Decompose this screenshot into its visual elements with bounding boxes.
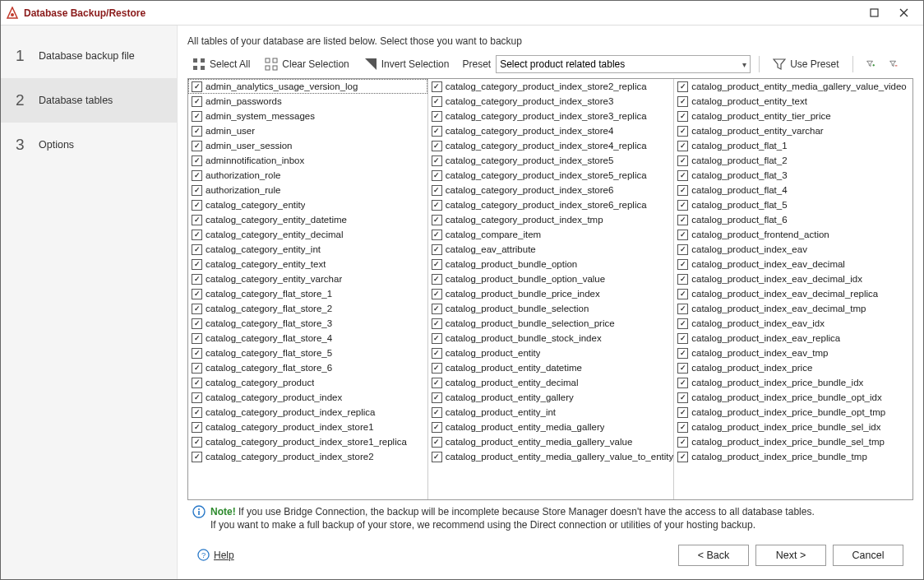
table-row[interactable]: catalog_category_product_index_store6_re… [428, 197, 673, 212]
maximize-button[interactable] [859, 3, 889, 23]
table-row[interactable]: catalog_product_index_eav_decimal_tmp [674, 301, 912, 316]
table-row[interactable]: catalog_category_entity [188, 197, 427, 212]
table-row[interactable]: catalog_category_entity_text [188, 257, 427, 271]
checkbox[interactable] [677, 274, 688, 285]
table-row[interactable]: catalog_product_index_price [674, 360, 912, 375]
table-row[interactable]: catalog_product_bundle_selection_price [428, 316, 673, 331]
table-row[interactable]: admin_analytics_usage_version_log [188, 79, 427, 94]
checkbox[interactable] [677, 348, 688, 359]
checkbox[interactable] [192, 126, 202, 137]
table-row[interactable]: catalog_product_index_eav [674, 242, 912, 257]
checkbox[interactable] [677, 378, 688, 388]
checkbox[interactable] [677, 259, 688, 270]
table-row[interactable]: catalog_category_product_index_replica [188, 405, 427, 420]
checkbox[interactable] [432, 333, 442, 344]
checkbox[interactable] [677, 392, 688, 403]
table-row[interactable]: catalog_compare_item [428, 227, 673, 242]
table-row[interactable]: catalog_product_bundle_selection [428, 301, 673, 316]
checkbox[interactable] [432, 259, 442, 270]
table-row[interactable]: catalog_category_entity_decimal [188, 227, 427, 242]
checkbox[interactable] [192, 96, 202, 107]
table-row[interactable]: catalog_product_entity_gallery [428, 390, 673, 405]
checkbox[interactable] [192, 81, 202, 92]
checkbox[interactable] [432, 230, 442, 240]
table-row[interactable]: adminnotification_inbox [188, 153, 427, 168]
checkbox[interactable] [432, 200, 442, 211]
table-row[interactable]: admin_passwords [188, 94, 427, 109]
step-3[interactable]: 3 Options [1, 123, 177, 167]
checkbox[interactable] [192, 170, 202, 181]
table-row[interactable]: catalog_product_bundle_option_value [428, 271, 673, 286]
checkbox[interactable] [192, 155, 202, 166]
table-row[interactable]: admin_system_messages [188, 109, 427, 123]
checkbox[interactable] [192, 200, 202, 211]
step-2[interactable]: 2 Database tables [1, 78, 177, 123]
checkbox[interactable] [192, 318, 202, 329]
table-row[interactable]: catalog_category_flat_store_4 [188, 331, 427, 346]
table-row[interactable]: catalog_product_entity_media_gallery_val… [428, 449, 673, 464]
table-row[interactable]: catalog_category_flat_store_6 [188, 360, 427, 375]
checkbox[interactable] [192, 422, 202, 433]
select-all-button[interactable]: Select All [187, 55, 255, 73]
checkbox[interactable] [677, 200, 688, 211]
remove-preset-button[interactable] [885, 55, 903, 73]
table-row[interactable]: catalog_category_product_index_store1 [188, 420, 427, 434]
table-row[interactable]: catalog_category_product_index_store6 [428, 183, 673, 197]
checkbox[interactable] [432, 141, 442, 151]
checkbox[interactable] [677, 363, 688, 374]
step-1[interactable]: 1 Database backup file [1, 34, 177, 78]
table-row[interactable]: catalog_product_bundle_option [428, 257, 673, 271]
table-row[interactable]: catalog_product_entity_varchar [674, 123, 912, 138]
table-row[interactable]: catalog_category_product [188, 375, 427, 390]
checkbox[interactable] [677, 452, 688, 462]
table-row[interactable]: catalog_category_flat_store_3 [188, 316, 427, 331]
checkbox[interactable] [677, 81, 688, 92]
table-row[interactable]: catalog_category_product_index_store3 [428, 94, 673, 109]
table-row[interactable]: catalog_product_index_price_bundle_sel_i… [674, 420, 912, 434]
table-row[interactable]: catalog_product_entity_int [428, 405, 673, 420]
table-row[interactable]: catalog_product_index_eav_decimal [674, 257, 912, 271]
checkbox[interactable] [432, 318, 442, 329]
checkbox[interactable] [432, 274, 442, 285]
table-row[interactable]: catalog_product_index_eav_idx [674, 316, 912, 331]
checkbox[interactable] [432, 437, 442, 448]
table-row[interactable]: catalog_category_product_index_store1_re… [188, 434, 427, 449]
table-row[interactable]: catalog_eav_attribute [428, 242, 673, 257]
checkbox[interactable] [192, 437, 202, 448]
add-preset-button[interactable] [862, 55, 880, 73]
checkbox[interactable] [192, 289, 202, 299]
checkbox[interactable] [677, 96, 688, 107]
checkbox[interactable] [677, 155, 688, 166]
table-row[interactable]: catalog_category_product_index_store4_re… [428, 138, 673, 153]
checkbox[interactable] [432, 407, 442, 418]
checkbox[interactable] [432, 378, 442, 388]
table-row[interactable]: catalog_category_product_index_store5_re… [428, 168, 673, 183]
checkbox[interactable] [192, 452, 202, 462]
next-button[interactable]: Next > [755, 545, 826, 566]
checkbox[interactable] [677, 111, 688, 122]
checkbox[interactable] [432, 244, 442, 255]
checkbox[interactable] [192, 348, 202, 359]
use-preset-button[interactable]: Use Preset [768, 55, 843, 73]
checkbox[interactable] [677, 304, 688, 314]
table-row[interactable]: admin_user_session [188, 138, 427, 153]
table-row[interactable]: catalog_product_index_eav_tmp [674, 346, 912, 360]
table-row[interactable]: catalog_category_entity_varchar [188, 271, 427, 286]
checkbox[interactable] [432, 81, 442, 92]
table-row[interactable]: catalog_category_product_index_store3_re… [428, 109, 673, 123]
table-row[interactable]: catalog_product_flat_5 [674, 197, 912, 212]
clear-selection-button[interactable]: Clear Selection [260, 55, 353, 73]
checkbox[interactable] [192, 392, 202, 403]
table-row[interactable]: catalog_product_entity_media_gallery_val… [674, 79, 912, 94]
table-row[interactable]: catalog_product_entity_text [674, 94, 912, 109]
checkbox[interactable] [192, 259, 202, 270]
checkbox[interactable] [192, 141, 202, 151]
invert-selection-button[interactable]: Invert Selection [359, 55, 455, 73]
table-row[interactable]: catalog_product_index_eav_decimal_replic… [674, 286, 912, 301]
checkbox[interactable] [677, 437, 688, 448]
checkbox[interactable] [192, 274, 202, 285]
table-row[interactable]: catalog_product_entity [428, 346, 673, 360]
checkbox[interactable] [677, 422, 688, 433]
back-button[interactable]: < Back [678, 545, 749, 566]
checkbox[interactable] [192, 378, 202, 388]
